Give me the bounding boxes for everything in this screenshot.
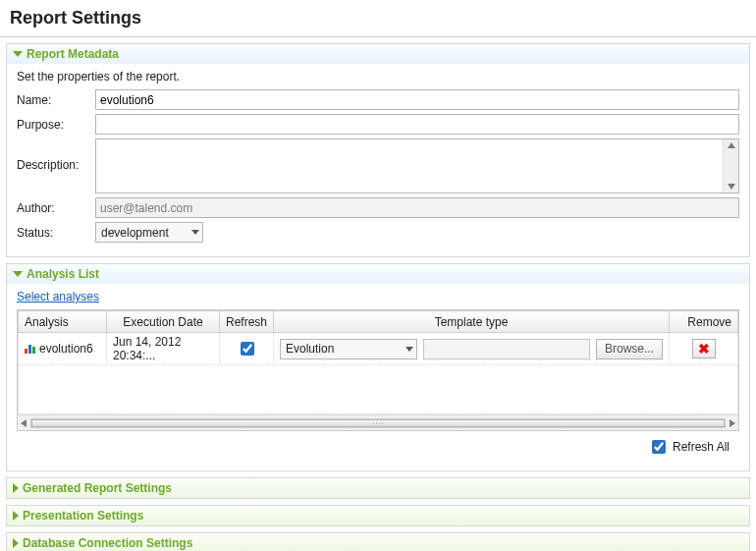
- purpose-label: Purpose:: [17, 118, 87, 132]
- purpose-input[interactable]: [95, 114, 739, 135]
- scroll-down-icon: [728, 184, 735, 190]
- col-header-remove[interactable]: Remove: [670, 311, 738, 333]
- remove-button[interactable]: ✖: [692, 339, 716, 358]
- section-generated-report-settings: Generated Report Settings: [6, 477, 750, 499]
- table-row[interactable]: evolution6 Jun 14, 2012 20:34:... Evolut…: [19, 333, 738, 365]
- section-header-report-metadata[interactable]: Report Metadata: [7, 44, 749, 64]
- template-type-value: Evolution: [286, 342, 334, 356]
- section-header-database-connection-settings[interactable]: Database Connection Settings: [7, 533, 749, 551]
- analysis-grid: Analysis Execution Date Refresh Template…: [17, 309, 739, 431]
- page-title: Report Settings: [0, 0, 756, 37]
- section-header-presentation-settings[interactable]: Presentation Settings: [7, 506, 749, 525]
- remove-x-icon: ✖: [698, 342, 710, 356]
- section-title: Database Connection Settings: [23, 536, 192, 550]
- col-header-execution-date[interactable]: Execution Date: [107, 311, 220, 333]
- author-input: [95, 197, 739, 218]
- section-database-connection-settings: Database Connection Settings: [6, 532, 750, 551]
- grid-empty-area: [18, 365, 738, 414]
- refresh-checkbox[interactable]: [241, 342, 254, 356]
- refresh-all-checkbox[interactable]: [652, 440, 666, 454]
- twisty-down-icon: [13, 51, 23, 57]
- twisty-right-icon: [13, 483, 19, 493]
- bar-chart-icon: [25, 344, 36, 354]
- chevron-down-icon: [405, 347, 413, 352]
- section-title: Analysis List: [27, 267, 99, 281]
- section-presentation-settings: Presentation Settings: [6, 505, 750, 526]
- status-select-value: development: [101, 226, 169, 240]
- twisty-down-icon: [13, 271, 23, 277]
- execution-date-cell: Jun 14, 2012 20:34:...: [107, 333, 220, 365]
- col-header-refresh[interactable]: Refresh: [220, 311, 274, 333]
- section-title: Report Metadata: [27, 47, 119, 61]
- status-select[interactable]: development: [95, 222, 203, 243]
- template-type-select[interactable]: Evolution: [280, 339, 417, 359]
- refresh-all-label: Refresh All: [673, 440, 729, 454]
- twisty-right-icon: [13, 538, 19, 548]
- section-description: Set the properties of the report.: [17, 70, 739, 83]
- scroll-right-icon: [729, 419, 735, 427]
- grid-horizontal-scrollbar[interactable]: [18, 414, 738, 430]
- template-path-input[interactable]: [423, 339, 590, 359]
- section-header-analysis-list[interactable]: Analysis List: [7, 264, 749, 284]
- name-label: Name:: [17, 93, 87, 107]
- twisty-right-icon: [13, 511, 19, 521]
- section-header-generated-report-settings[interactable]: Generated Report Settings: [7, 478, 749, 498]
- browse-button[interactable]: Browse...: [596, 339, 663, 359]
- section-report-metadata: Report Metadata Set the properties of th…: [6, 43, 750, 257]
- description-textarea[interactable]: [96, 139, 723, 193]
- scroll-up-icon: [728, 142, 735, 148]
- section-analysis-list: Analysis List Select analyses Analysis E…: [6, 263, 750, 471]
- select-analyses-link[interactable]: Select analyses: [17, 290, 99, 303]
- chevron-down-icon: [191, 230, 199, 235]
- col-header-template-type[interactable]: Template type: [274, 311, 670, 333]
- scroll-left-icon: [21, 419, 27, 427]
- analysis-name: evolution6: [39, 342, 93, 356]
- name-input[interactable]: [95, 89, 739, 110]
- section-title: Presentation Settings: [23, 509, 143, 523]
- section-title: Generated Report Settings: [23, 481, 172, 495]
- status-label: Status:: [17, 226, 87, 240]
- col-header-analysis[interactable]: Analysis: [19, 311, 107, 333]
- author-label: Author:: [17, 201, 87, 215]
- description-label: Description:: [17, 138, 87, 172]
- description-scrollbar[interactable]: [723, 139, 738, 193]
